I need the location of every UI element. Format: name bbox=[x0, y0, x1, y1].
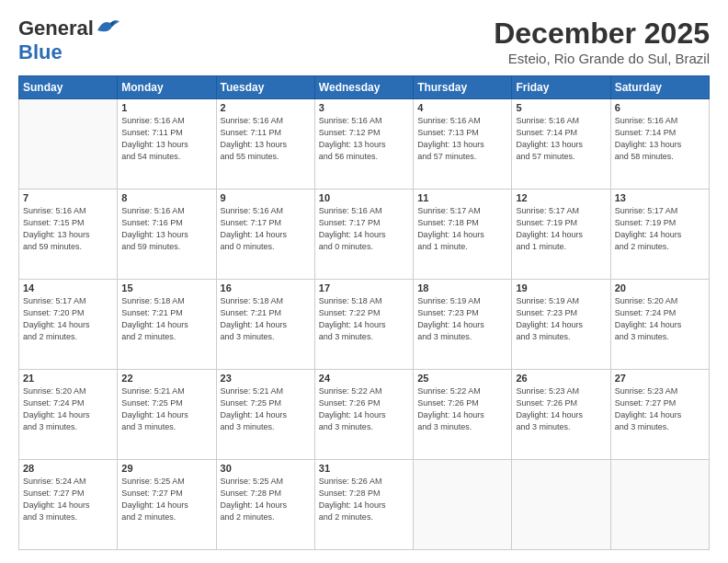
table-row: 21Sunrise: 5:20 AMSunset: 7:24 PMDayligh… bbox=[19, 370, 118, 460]
day-info: Sunrise: 5:18 AMSunset: 7:22 PMDaylight:… bbox=[319, 295, 409, 343]
day-info: Sunrise: 5:19 AMSunset: 7:23 PMDaylight:… bbox=[516, 295, 606, 343]
table-row bbox=[19, 99, 118, 190]
day-info: Sunrise: 5:20 AMSunset: 7:24 PMDaylight:… bbox=[615, 295, 705, 343]
location-title: Esteio, Rio Grande do Sul, Brazil bbox=[494, 51, 710, 66]
day-info: Sunrise: 5:22 AMSunset: 7:26 PMDaylight:… bbox=[319, 385, 409, 433]
day-number: 12 bbox=[516, 192, 606, 203]
table-row: 27Sunrise: 5:23 AMSunset: 7:27 PMDayligh… bbox=[610, 370, 709, 460]
table-row: 30Sunrise: 5:25 AMSunset: 7:28 PMDayligh… bbox=[216, 460, 314, 550]
day-number: 16 bbox=[221, 282, 311, 293]
calendar-week-row: 21Sunrise: 5:20 AMSunset: 7:24 PMDayligh… bbox=[19, 370, 710, 460]
day-number: 24 bbox=[319, 373, 409, 384]
day-info: Sunrise: 5:16 AMSunset: 7:16 PMDaylight:… bbox=[121, 205, 211, 253]
table-row: 4Sunrise: 5:16 AMSunset: 7:13 PMDaylight… bbox=[414, 99, 512, 190]
day-info: Sunrise: 5:19 AMSunset: 7:23 PMDaylight:… bbox=[417, 295, 507, 343]
logo-blue: Blue bbox=[18, 40, 63, 63]
table-row: 24Sunrise: 5:22 AMSunset: 7:26 PMDayligh… bbox=[314, 370, 413, 460]
day-number: 2 bbox=[221, 102, 311, 113]
col-saturday: Saturday bbox=[610, 76, 709, 99]
day-number: 11 bbox=[417, 192, 507, 203]
day-info: Sunrise: 5:16 AMSunset: 7:13 PMDaylight:… bbox=[417, 115, 507, 163]
day-info: Sunrise: 5:23 AMSunset: 7:27 PMDaylight:… bbox=[615, 385, 705, 433]
table-row bbox=[414, 460, 512, 550]
day-info: Sunrise: 5:16 AMSunset: 7:17 PMDaylight:… bbox=[221, 205, 311, 253]
table-row: 6Sunrise: 5:16 AMSunset: 7:14 PMDaylight… bbox=[610, 99, 709, 190]
table-row: 23Sunrise: 5:21 AMSunset: 7:25 PMDayligh… bbox=[216, 370, 314, 460]
logo: General Blue bbox=[18, 17, 119, 64]
table-row: 10Sunrise: 5:16 AMSunset: 7:17 PMDayligh… bbox=[314, 190, 413, 280]
table-row: 2Sunrise: 5:16 AMSunset: 7:11 PMDaylight… bbox=[216, 99, 314, 190]
day-info: Sunrise: 5:25 AMSunset: 7:27 PMDaylight:… bbox=[121, 476, 211, 523]
day-info: Sunrise: 5:18 AMSunset: 7:21 PMDaylight:… bbox=[121, 295, 211, 343]
table-row: 14Sunrise: 5:17 AMSunset: 7:20 PMDayligh… bbox=[19, 280, 118, 370]
day-number: 7 bbox=[23, 192, 113, 203]
table-row: 17Sunrise: 5:18 AMSunset: 7:22 PMDayligh… bbox=[314, 280, 413, 370]
logo-general: General bbox=[18, 17, 94, 40]
day-number: 25 bbox=[417, 373, 507, 384]
title-section: December 2025 Esteio, Rio Grande do Sul,… bbox=[494, 17, 710, 66]
table-row: 7Sunrise: 5:16 AMSunset: 7:15 PMDaylight… bbox=[19, 190, 118, 280]
day-info: Sunrise: 5:16 AMSunset: 7:12 PMDaylight:… bbox=[319, 115, 409, 163]
table-row: 3Sunrise: 5:16 AMSunset: 7:12 PMDaylight… bbox=[314, 99, 413, 190]
day-number: 8 bbox=[121, 192, 211, 203]
logo-bird-icon bbox=[96, 17, 119, 36]
calendar-week-row: 1Sunrise: 5:16 AMSunset: 7:11 PMDaylight… bbox=[19, 99, 710, 190]
calendar-week-row: 28Sunrise: 5:24 AMSunset: 7:27 PMDayligh… bbox=[19, 460, 710, 550]
header: General Blue December 2025 Esteio, Rio G… bbox=[18, 17, 710, 66]
table-row: 29Sunrise: 5:25 AMSunset: 7:27 PMDayligh… bbox=[118, 460, 216, 550]
day-info: Sunrise: 5:24 AMSunset: 7:27 PMDaylight:… bbox=[23, 476, 113, 523]
day-info: Sunrise: 5:17 AMSunset: 7:19 PMDaylight:… bbox=[516, 205, 606, 253]
table-row: 18Sunrise: 5:19 AMSunset: 7:23 PMDayligh… bbox=[414, 280, 512, 370]
table-row: 22Sunrise: 5:21 AMSunset: 7:25 PMDayligh… bbox=[118, 370, 216, 460]
table-row: 1Sunrise: 5:16 AMSunset: 7:11 PMDaylight… bbox=[118, 99, 216, 190]
day-number: 13 bbox=[615, 192, 705, 203]
day-number: 17 bbox=[319, 282, 409, 293]
day-info: Sunrise: 5:16 AMSunset: 7:15 PMDaylight:… bbox=[23, 205, 113, 253]
day-number: 18 bbox=[417, 282, 507, 293]
day-number: 4 bbox=[417, 102, 507, 113]
calendar-week-row: 14Sunrise: 5:17 AMSunset: 7:20 PMDayligh… bbox=[19, 280, 710, 370]
day-info: Sunrise: 5:18 AMSunset: 7:21 PMDaylight:… bbox=[221, 295, 311, 343]
day-number: 1 bbox=[121, 102, 211, 113]
day-number: 20 bbox=[615, 282, 705, 293]
table-row: 13Sunrise: 5:17 AMSunset: 7:19 PMDayligh… bbox=[610, 190, 709, 280]
day-info: Sunrise: 5:20 AMSunset: 7:24 PMDaylight:… bbox=[23, 385, 113, 433]
day-number: 29 bbox=[121, 463, 211, 474]
table-row: 15Sunrise: 5:18 AMSunset: 7:21 PMDayligh… bbox=[118, 280, 216, 370]
day-info: Sunrise: 5:21 AMSunset: 7:25 PMDaylight:… bbox=[121, 385, 211, 433]
day-info: Sunrise: 5:17 AMSunset: 7:19 PMDaylight:… bbox=[615, 205, 705, 253]
day-number: 9 bbox=[221, 192, 311, 203]
day-info: Sunrise: 5:16 AMSunset: 7:14 PMDaylight:… bbox=[615, 115, 705, 163]
page: General Blue December 2025 Esteio, Rio G… bbox=[0, 0, 728, 563]
table-row: 16Sunrise: 5:18 AMSunset: 7:21 PMDayligh… bbox=[216, 280, 314, 370]
day-info: Sunrise: 5:25 AMSunset: 7:28 PMDaylight:… bbox=[221, 476, 311, 523]
day-number: 31 bbox=[319, 463, 409, 474]
day-number: 22 bbox=[121, 373, 211, 384]
day-number: 23 bbox=[221, 373, 311, 384]
table-row: 26Sunrise: 5:23 AMSunset: 7:26 PMDayligh… bbox=[512, 370, 610, 460]
table-row: 28Sunrise: 5:24 AMSunset: 7:27 PMDayligh… bbox=[19, 460, 118, 550]
day-number: 19 bbox=[516, 282, 606, 293]
table-row: 11Sunrise: 5:17 AMSunset: 7:18 PMDayligh… bbox=[414, 190, 512, 280]
month-title: December 2025 bbox=[494, 17, 710, 51]
day-info: Sunrise: 5:26 AMSunset: 7:28 PMDaylight:… bbox=[319, 476, 409, 523]
day-number: 30 bbox=[221, 463, 311, 474]
day-info: Sunrise: 5:16 AMSunset: 7:17 PMDaylight:… bbox=[319, 205, 409, 253]
day-number: 21 bbox=[23, 373, 113, 384]
day-number: 10 bbox=[319, 192, 409, 203]
calendar-week-row: 7Sunrise: 5:16 AMSunset: 7:15 PMDaylight… bbox=[19, 190, 710, 280]
day-number: 15 bbox=[121, 282, 211, 293]
table-row bbox=[512, 460, 610, 550]
table-row: 5Sunrise: 5:16 AMSunset: 7:14 PMDaylight… bbox=[512, 99, 610, 190]
day-number: 5 bbox=[516, 102, 606, 113]
table-row: 8Sunrise: 5:16 AMSunset: 7:16 PMDaylight… bbox=[118, 190, 216, 280]
col-monday: Monday bbox=[118, 76, 216, 99]
day-info: Sunrise: 5:16 AMSunset: 7:14 PMDaylight:… bbox=[516, 115, 606, 163]
table-row: 12Sunrise: 5:17 AMSunset: 7:19 PMDayligh… bbox=[512, 190, 610, 280]
table-row bbox=[610, 460, 709, 550]
table-row: 9Sunrise: 5:16 AMSunset: 7:17 PMDaylight… bbox=[216, 190, 314, 280]
col-thursday: Thursday bbox=[414, 76, 512, 99]
day-info: Sunrise: 5:21 AMSunset: 7:25 PMDaylight:… bbox=[221, 385, 311, 433]
col-friday: Friday bbox=[512, 76, 610, 99]
col-wednesday: Wednesday bbox=[314, 76, 413, 99]
